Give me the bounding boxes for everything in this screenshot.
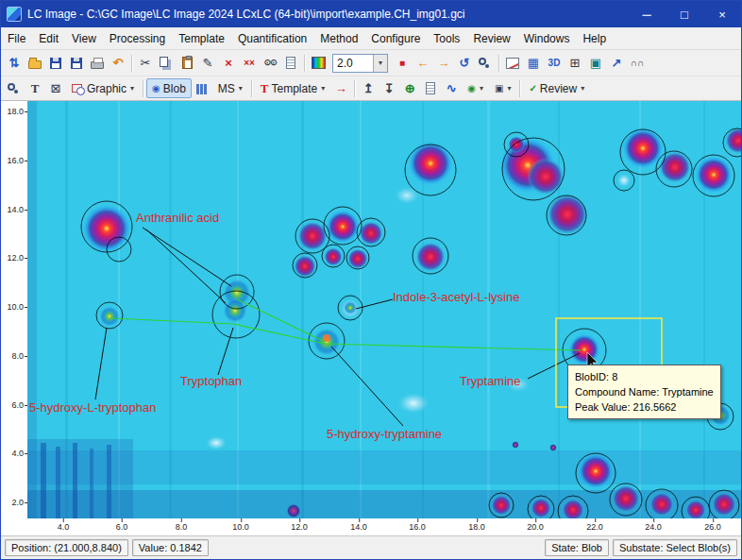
menu-file[interactable]: File	[1, 29, 32, 48]
chromatogram-chart-button[interactable]	[502, 53, 523, 74]
cut-icon: ✂	[141, 57, 151, 69]
chevron-down-icon: ▾	[581, 84, 584, 93]
menu-windows[interactable]: Windows	[517, 29, 577, 48]
compound-label-5-hydroxy-tryptamine[interactable]: 5-hydroxy-tryptamine	[327, 427, 442, 441]
three-d-view-button[interactable]: 3D	[544, 53, 565, 74]
crop-tool-button[interactable]: ⊠	[45, 78, 66, 99]
chevron-down-icon: ▾	[239, 84, 243, 93]
y-tick: 14.0	[7, 205, 24, 214]
chromatogram-plot[interactable]: Anthranilic acid Indole-3-acetyl-L-lysin…	[27, 101, 741, 518]
image-view-button[interactable]: ▣	[585, 53, 606, 74]
back-arrow-icon: ←	[417, 57, 430, 69]
waveform-icon: ∿	[447, 82, 457, 94]
zoom-level-dropdown-button[interactable]: ▾	[373, 55, 387, 72]
forward-button[interactable]: →	[433, 53, 454, 74]
copy-button[interactable]	[156, 53, 177, 74]
chevron-down-icon: ▾	[480, 84, 483, 93]
blob-tooltip: BlobID: 8 Compound Name: Tryptamine Peak…	[567, 365, 721, 419]
toolbar-separator	[131, 55, 132, 72]
import-button[interactable]: ⇅	[4, 53, 25, 74]
cut-button[interactable]: ✂	[135, 53, 156, 74]
x-axis-ruler: 4.0 6.0 8.0 10.0 12.0 14.0 16.0 18.0 20.…	[27, 518, 741, 535]
x-tick: 12.0	[291, 522, 308, 532]
x-tick: 10.0	[232, 522, 249, 532]
review-menu-button[interactable]: ✓ Review ▾	[523, 78, 590, 98]
y-tick: 4.0	[11, 449, 24, 458]
save-button[interactable]	[66, 53, 87, 74]
stop-button[interactable]: ■	[392, 53, 413, 74]
print-button[interactable]	[87, 53, 108, 74]
menu-processing[interactable]: Processing	[103, 29, 172, 48]
blob-tool-button[interactable]: ◉ Blob	[146, 78, 192, 98]
data-grid-button[interactable]: ▦	[523, 53, 544, 74]
x-tick: 20.0	[527, 522, 544, 532]
search-blobs-button[interactable]: ∩∩	[627, 53, 648, 74]
menu-quantification[interactable]: Quantification	[231, 29, 313, 48]
maximize-button[interactable]: □	[666, 1, 703, 27]
compound-label-5-hydroxy-l-tryptophan[interactable]: 5-hydroxy-L-tryptophan	[29, 400, 156, 415]
open-button[interactable]	[25, 53, 45, 74]
titlebar: LC Image - C:\GC Image\LC Image 2024 LCx…	[1, 1, 741, 27]
chevron-down-icon: ▾	[130, 84, 134, 93]
delete-all-icon: ××	[244, 59, 255, 68]
chevron-down-icon: ▾	[507, 84, 511, 93]
menu-method[interactable]: Method	[313, 29, 364, 48]
y-tick: 12.0	[7, 253, 24, 263]
toolbar-separator	[498, 55, 499, 72]
zoom-tool-button[interactable]	[4, 78, 25, 99]
compound-label-tryptamine[interactable]: Tryptamine	[460, 374, 521, 388]
colormap-button[interactable]	[308, 53, 329, 74]
y-tick: 8.0	[11, 351, 24, 361]
line-chart-icon	[506, 58, 519, 69]
text-tool-button[interactable]: T	[25, 78, 45, 99]
report-page-icon	[286, 57, 295, 69]
paste-button[interactable]	[177, 53, 197, 74]
save-all-button[interactable]	[45, 53, 66, 74]
graphic-menu-button[interactable]: Graphic ▾	[66, 78, 140, 98]
glasses-icon: ⊙⊙	[263, 59, 276, 67]
edit-annotation-button[interactable]: ✎	[197, 53, 218, 74]
template-menu-button[interactable]: T Template ▾	[255, 78, 330, 98]
report-button[interactable]	[280, 53, 301, 74]
export-button[interactable]: ↗	[606, 53, 627, 74]
apply-template-button[interactable]: →	[330, 78, 351, 99]
delete-all-button[interactable]: ××	[239, 53, 260, 74]
edit-icon: ✎	[203, 57, 213, 69]
notes-button[interactable]	[420, 78, 441, 99]
undo-button[interactable]: ↶	[108, 53, 128, 74]
menu-configure[interactable]: Configure	[364, 29, 427, 48]
menu-view[interactable]: View	[65, 29, 103, 48]
lc-image-window: LC Image - C:\GC Image\LC Image 2024 LCx…	[0, 0, 742, 560]
zoom-region-button[interactable]	[475, 53, 496, 74]
y-tick: 10.0	[7, 302, 24, 312]
pull-template-button[interactable]: ↧	[379, 78, 399, 99]
minimize-button[interactable]: ─	[628, 1, 666, 27]
delete-button[interactable]: ×	[218, 53, 239, 74]
blob-table-button[interactable]: ⊞	[565, 53, 585, 74]
signal-button[interactable]: ∿	[441, 78, 462, 99]
menu-review[interactable]: Review	[466, 29, 516, 48]
inspect-button[interactable]: ⊙⊙	[260, 53, 280, 74]
y-tick: 2.0	[11, 498, 24, 507]
ms-menu-button[interactable]: MS ▾	[212, 78, 248, 98]
record-button[interactable]: ◉ ▾	[462, 78, 489, 98]
menu-edit[interactable]: Edit	[32, 29, 65, 48]
layers-button[interactable]: ▣ ▾	[489, 78, 516, 98]
histogram-button[interactable]	[192, 78, 212, 99]
web-resources-button[interactable]: ⊕	[399, 78, 420, 99]
graphic-menu-label: Graphic	[87, 82, 126, 95]
compound-label-anthranilic-acid[interactable]: Anthranilic acid	[136, 211, 219, 225]
menu-template[interactable]: Template	[172, 29, 231, 48]
app-icon	[7, 7, 22, 22]
push-template-button[interactable]: ↥	[358, 78, 379, 99]
zoom-level-select[interactable]: 2.0 ▾	[332, 54, 388, 73]
close-button[interactable]: ×	[703, 1, 741, 27]
back-button[interactable]: ←	[413, 53, 433, 74]
compound-label-tryptophan[interactable]: Tryptophan	[180, 374, 242, 388]
reset-view-button[interactable]: ↺	[454, 53, 475, 74]
menu-help[interactable]: Help	[576, 29, 613, 48]
histogram-icon	[196, 84, 208, 94]
compound-label-indole-3-acetyl-l-lysine[interactable]: Indole-3-acetyl-L-lysine	[393, 290, 519, 304]
menu-tools[interactable]: Tools	[427, 29, 466, 48]
x-tick: 8.0	[176, 522, 188, 532]
